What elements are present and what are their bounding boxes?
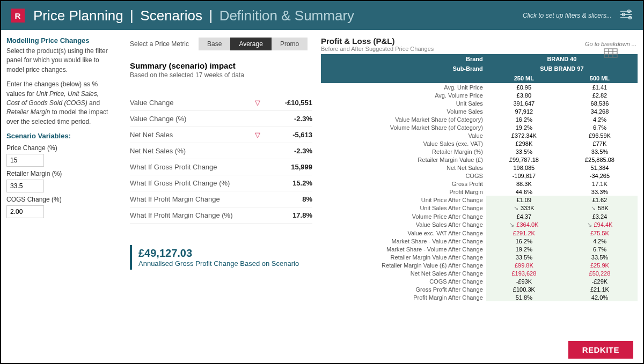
sidebar: Modelling Price Changes Select the produ… xyxy=(1,30,114,336)
callout-desc: Annualised Gross Profit Change Based on … xyxy=(138,259,312,268)
impact-row: Value Change▽-£10,551 xyxy=(130,95,312,111)
impact-label: Value Change xyxy=(130,99,251,107)
go-to-breakdown-link[interactable]: Go to breakdown ... xyxy=(585,41,636,58)
cogs-change-label: COGS Change (%) xyxy=(6,196,108,203)
summary-panel: Select a Price Metric Base Average Promo… xyxy=(114,30,318,336)
pl-cell: -34,265 xyxy=(562,172,638,180)
pl-cell: 88.3K xyxy=(486,180,562,188)
cogs-change-input[interactable] xyxy=(6,205,44,218)
app-header: R Price Planning | Scenarios | Definitio… xyxy=(1,1,643,30)
pl-row-label: Net Net Sales xyxy=(321,164,486,172)
pl-row-label: Avg. Unit Price xyxy=(321,83,486,91)
impact-row: What If Profit Margin Change (%)17.8% xyxy=(130,207,312,224)
pl-cell: 97,912 xyxy=(486,107,562,115)
retailer-margin-input[interactable] xyxy=(6,180,44,192)
trend-down-icon xyxy=(587,221,594,228)
pl-row-label: Avg. Volume Price xyxy=(321,91,486,99)
filters-slicers-link[interactable]: Click to set up filters & slicers... xyxy=(523,12,612,19)
table-row: Net Net Sales198,08551,384 xyxy=(321,164,638,172)
pl-row-label: Unit Price After Change xyxy=(321,196,486,204)
pl-cell: 333K xyxy=(486,204,562,212)
pl-row-label: Value xyxy=(321,131,486,139)
impact-value: 17.8% xyxy=(264,211,312,219)
pl-cell: £298K xyxy=(486,139,562,147)
pl-row-label: Value exc. VAT After Change xyxy=(321,229,486,237)
pl-cell: £21.1K xyxy=(562,285,638,293)
pl-row-label: Profit Margin xyxy=(321,188,486,196)
pl-cell: 19.2% xyxy=(486,123,562,131)
table-row: Unit Price After Change£1.09£1.62 xyxy=(321,196,638,204)
pl-row-label: Retailer Margin Value (£) xyxy=(321,155,486,164)
redkite-button[interactable]: REDKITE xyxy=(568,341,633,359)
pl-cell: £99.8K xyxy=(486,261,562,269)
pl-row-label: Volume Sales xyxy=(321,107,486,115)
seg-average[interactable]: Average xyxy=(230,38,271,50)
title-segment-2: Scenarios xyxy=(140,8,202,24)
pl-cell: £372.34K xyxy=(486,131,562,139)
pl-cell: £4.37 xyxy=(486,212,562,220)
pl-row-label: Retailer Margin Value After Change xyxy=(321,253,486,261)
pl-cell: 198,085 xyxy=(486,164,562,172)
scenario-vars-heading: Scenario Variables: xyxy=(6,132,108,140)
pl-row-label: Market Share - Value After Change xyxy=(321,237,486,245)
summary-title: Summary (scenario) impact xyxy=(130,61,312,70)
pl-cell: 51.8% xyxy=(486,293,562,301)
table-icon xyxy=(604,48,618,58)
impact-label: Net Net Sales xyxy=(130,131,251,139)
impact-row: Value Change (%)-2.3% xyxy=(130,111,312,127)
pl-table: BrandBRAND 40 Sub-BrandSUB BRAND 97 250 … xyxy=(321,54,638,301)
impact-label: Value Change (%) xyxy=(130,115,251,123)
sidebar-para-1: Select the product(s) using the filter p… xyxy=(6,47,108,75)
table-row: Unit Sales After Change333K58K xyxy=(321,204,638,212)
pl-cell: £25,885.08 xyxy=(562,155,638,164)
pl-row-label: Gross Profit After Change xyxy=(321,285,486,293)
table-row: Avg. Unit Price£0.95£1.41 xyxy=(321,83,638,91)
price-change-input[interactable] xyxy=(6,154,44,167)
table-row: Value Sales (exc. VAT)£298K£77K xyxy=(321,139,638,147)
pl-cell: 68,536 xyxy=(562,99,638,107)
pl-row-label: Value Sales After Change xyxy=(321,220,486,229)
pl-cell: 34,268 xyxy=(562,107,638,115)
pl-cell: £25.9K xyxy=(562,261,638,269)
pl-cell: £99,787.18 xyxy=(486,155,562,164)
seg-base[interactable]: Base xyxy=(199,38,230,50)
table-row: Avg. Volume Price£3.80£2.82 xyxy=(321,91,638,99)
table-row: Value Sales After Change£364.0K£94.4K xyxy=(321,220,638,229)
title-segment-1: Price Planning xyxy=(33,8,123,24)
annualised-callout: £49,127.03 Annualised Gross Profit Chang… xyxy=(130,245,312,270)
pl-cell: £0.95 xyxy=(486,83,562,91)
table-row: Volume Price After Change£4.37£3.24 xyxy=(321,212,638,220)
impact-label: What If Profit Margin Change xyxy=(130,195,251,203)
impact-value: -2.3% xyxy=(264,115,312,123)
sliders-icon[interactable] xyxy=(619,9,633,23)
trend-down-icon xyxy=(514,205,521,211)
down-indicator-icon: ▽ xyxy=(251,99,264,107)
pl-cell: 33.5% xyxy=(562,147,638,155)
price-change-label: Price Change (%) xyxy=(6,144,108,152)
pl-cell: £2.82 xyxy=(562,91,638,99)
pl-row-label: COGS After Change xyxy=(321,277,486,285)
pl-cell: 391,647 xyxy=(486,99,562,107)
table-row: Net Net Sales After Change£193,628£50,22… xyxy=(321,269,638,277)
pl-cell: 4.2% xyxy=(562,237,638,245)
table-row: Retailer Margin (%)33.5%33.5% xyxy=(321,147,638,155)
table-row: Retailer Margin Value (£)£99,787.18£25,8… xyxy=(321,155,638,164)
subbrand-value: SUB BRAND 97 xyxy=(486,64,638,73)
pl-cell: 4.2% xyxy=(562,115,638,123)
col-1-header: 250 ML xyxy=(486,73,562,83)
impact-row: Net Net Sales (%)-2.3% xyxy=(130,143,312,159)
pl-row-label: Gross Profit xyxy=(321,180,486,188)
pl-panel: Profit & Loss (P&L) Before and After Sug… xyxy=(318,30,643,336)
pl-cell: £193,628 xyxy=(486,269,562,277)
seg-promo[interactable]: Promo xyxy=(272,38,308,50)
retailer-margin-label: Retailer Margin (%) xyxy=(6,170,108,177)
impact-row: What If Gross Profit Change (%)15.2% xyxy=(130,175,312,191)
impact-value: -2.3% xyxy=(264,147,312,155)
brand-label: Brand xyxy=(321,54,486,64)
table-row: Gross Profit88.3K17.1K xyxy=(321,180,638,188)
table-row: Market Share - Value After Change16.2%4.… xyxy=(321,237,638,245)
impact-row: What If Gross Profit Change15,999 xyxy=(130,159,312,175)
select-metric-label: Select a Price Metric xyxy=(130,40,189,48)
pl-row-label: Market Share - Volume After Change xyxy=(321,245,486,253)
pl-row-label: Volume Price After Change xyxy=(321,212,486,220)
